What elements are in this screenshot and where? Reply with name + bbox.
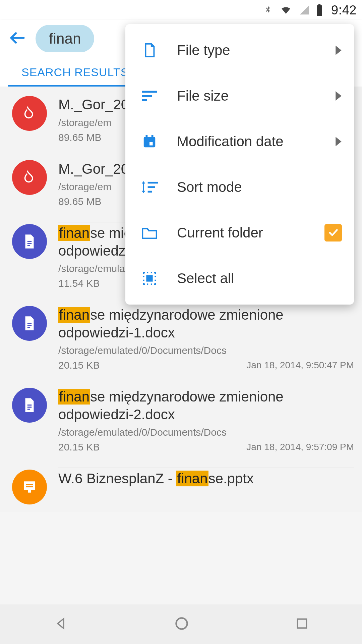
file-name: finanse międzynarodowe zmienione odpowie… [58, 306, 354, 341]
battery-icon [316, 4, 323, 16]
svg-rect-2 [142, 91, 157, 93]
svg-rect-1 [318, 4, 320, 6]
svg-rect-7 [152, 135, 154, 139]
svg-rect-3 [142, 95, 152, 97]
svg-rect-9 [148, 182, 158, 183]
popup-item-modification-date[interactable]: Modification date [125, 119, 354, 164]
filter-popup: File typeFile sizeModification dateSort … [125, 24, 354, 305]
file-size: 20.15 KB [58, 441, 100, 453]
nav-recent-icon[interactable] [295, 617, 309, 632]
file-path: /storage/emulated/0/Documents/Docs [58, 427, 354, 438]
file-path: /storage/emulated/0/Documents/Docs [58, 345, 354, 356]
select-all-icon [139, 271, 160, 286]
popup-item-label: Sort mode [177, 179, 242, 195]
svg-rect-14 [298, 619, 307, 628]
system-nav-bar [0, 604, 362, 644]
svg-rect-4 [142, 99, 147, 101]
back-arrow-icon[interactable] [8, 29, 27, 49]
wifi-icon [279, 4, 293, 16]
search-query-chip[interactable]: finan [36, 25, 94, 52]
file-icon [139, 43, 160, 58]
svg-rect-12 [146, 275, 153, 281]
pdf-file-icon [12, 96, 47, 131]
nav-back-icon[interactable] [53, 616, 68, 632]
chevron-right-icon [335, 42, 342, 58]
file-row[interactable]: finanse międzynarodowe zmienione odpowie… [0, 378, 362, 460]
ppt-file-icon [12, 470, 47, 504]
popup-item-label: Modification date [177, 133, 284, 150]
popup-item-label: File size [177, 88, 229, 104]
sort-lines-icon [139, 90, 160, 102]
file-date: Jan 18, 2014, 9:57:09 PM [246, 442, 354, 452]
svg-rect-11 [148, 191, 152, 193]
popup-item-select-all[interactable]: Select all [125, 256, 354, 301]
popup-item-sort-mode[interactable]: Sort mode [125, 164, 354, 210]
svg-rect-0 [317, 5, 322, 16]
svg-rect-6 [146, 135, 148, 139]
file-size: 89.65 MB [58, 196, 101, 207]
svg-point-13 [176, 618, 187, 629]
bluetooth-icon [263, 3, 273, 17]
popup-item-current-folder[interactable]: Current folder [125, 210, 354, 256]
chevron-right-icon [335, 133, 342, 150]
popup-item-label: Current folder [177, 225, 263, 241]
sort-mode-icon [139, 180, 160, 194]
popup-item-label: Select all [177, 270, 234, 286]
doc-file-icon [12, 306, 47, 341]
file-row[interactable]: finanse międzynarodowe zmienione odpowie… [0, 297, 362, 378]
svg-rect-10 [148, 186, 155, 188]
file-size: 20.15 KB [58, 360, 100, 371]
file-name: W.6 BiznesplanZ - finanse.pptx [58, 470, 354, 488]
file-size: 11.54 KB [58, 278, 100, 289]
checked-icon [324, 224, 342, 241]
pdf-file-icon [12, 160, 47, 195]
doc-file-icon [12, 224, 47, 259]
calendar-icon [139, 134, 160, 149]
chevron-right-icon [335, 88, 342, 104]
file-size: 89.65 MB [58, 132, 101, 143]
file-name: finanse międzynarodowe zmienione odpowie… [58, 388, 354, 423]
popup-item-file-size[interactable]: File size [125, 73, 354, 119]
file-date: Jan 18, 2014, 9:50:47 PM [246, 360, 354, 371]
svg-rect-8 [149, 142, 153, 146]
tab-search-results[interactable]: SEARCH RESULTS [8, 64, 142, 87]
status-bar: 9:42 [0, 0, 362, 20]
status-time: 9:42 [331, 3, 357, 17]
folder-icon [139, 226, 160, 240]
doc-file-icon [12, 388, 47, 423]
popup-item-label: File type [177, 42, 230, 58]
popup-item-file-type[interactable]: File type [125, 28, 354, 73]
nav-home-icon[interactable] [174, 616, 189, 632]
file-row[interactable]: W.6 BiznesplanZ - finanse.pptx [0, 460, 362, 512]
signal-icon [299, 4, 310, 16]
